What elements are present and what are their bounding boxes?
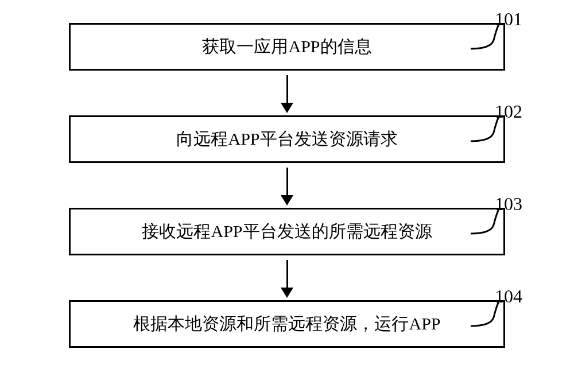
step-1-label: 101 [495,9,522,30]
step-2-container: 向远程APP平台发送资源请求 102 [34,115,540,163]
step-1-container: 获取一应用APP的信息 101 [34,23,540,71]
arrow-2 [281,168,293,205]
arrow-head-icon [281,288,293,298]
step-3-box: 接收远程APP平台发送的所需远程资源 [69,208,505,255]
step-4-container: 根据本地资源和所需远程资源，运行APP 104 [34,300,540,348]
step-1-box: 获取一应用APP的信息 [69,23,505,71]
arrow-head-icon [281,195,293,205]
flowchart-container: 获取一应用APP的信息 101 向远程APP平台发送资源请求 102 接收远程A… [34,23,540,348]
step-4-label: 104 [495,286,522,307]
step-2-label: 102 [495,101,522,122]
arrow-1 [281,75,293,113]
step-3-container: 接收远程APP平台发送的所需远程资源 103 [34,208,540,255]
step-2-text: 向远程APP平台发送资源请求 [176,127,397,151]
arrow-head-icon [281,103,293,113]
step-3-label: 103 [495,193,522,215]
arrow-line-icon [286,168,288,195]
step-3-text: 接收远程APP平台发送的所需远程资源 [142,220,432,243]
arrow-line-icon [286,75,288,103]
step-2-box: 向远程APP平台发送资源请求 [69,115,505,163]
step-4-box: 根据本地资源和所需远程资源，运行APP [69,300,505,348]
step-1-text: 获取一应用APP的信息 [202,35,371,59]
arrow-line-icon [286,260,288,288]
step-4-text: 根据本地资源和所需远程资源，运行APP [133,312,440,336]
arrow-3 [281,260,293,298]
